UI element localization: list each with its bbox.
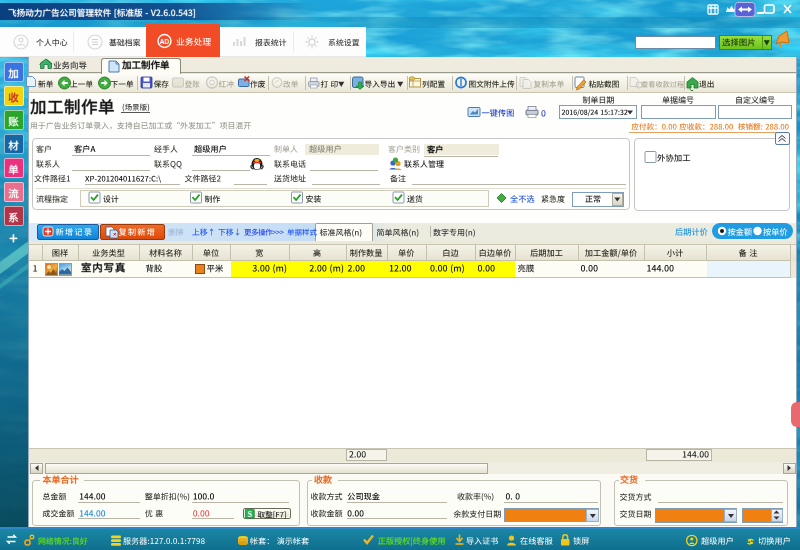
svg-text:AD: AD [160,38,170,45]
svg-text:S: S [248,510,253,519]
